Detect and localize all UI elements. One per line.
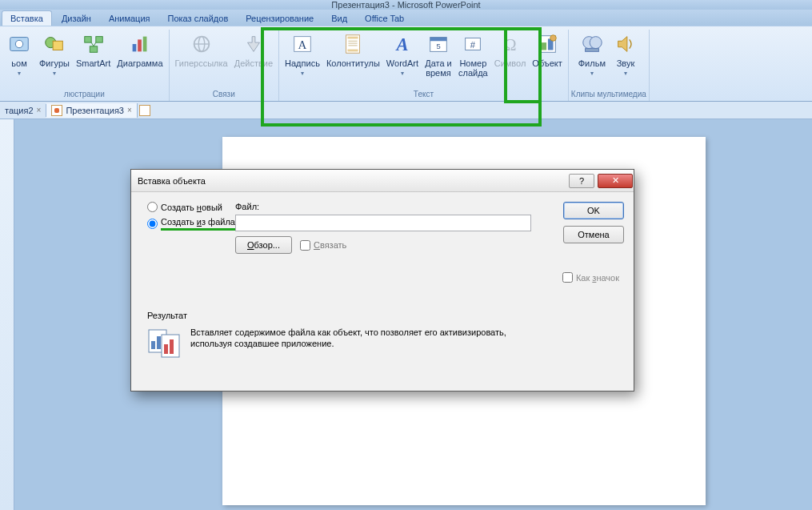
tab-review[interactable]: Рецензирование — [238, 11, 322, 26]
tab-animation[interactable]: Анимация — [101, 11, 158, 26]
svg-text:#: # — [470, 40, 476, 50]
chevron-down-icon: ▾ — [401, 69, 404, 78]
btn-slidenumber[interactable]: # Номер слайда — [455, 30, 491, 90]
chevron-down-icon: ▾ — [624, 69, 627, 78]
dialog-titlebar[interactable]: Вставка объекта ? ✕ — [131, 170, 634, 192]
svg-rect-8 — [138, 39, 142, 51]
datetime-icon: 5 — [426, 31, 451, 57]
btn-datetime[interactable]: 5 Дата и время — [422, 30, 455, 90]
btn-headerfooter[interactable]: Колонтитулы — [323, 30, 383, 90]
svg-rect-35 — [164, 344, 168, 354]
object-icon — [534, 31, 560, 57]
btn-wordart[interactable]: A WordArt ▾ — [383, 30, 422, 90]
chevron-down-icon: ▾ — [18, 69, 21, 78]
movie-icon — [579, 31, 605, 57]
svg-rect-16 — [348, 50, 358, 52]
close-icon[interactable]: × — [37, 106, 42, 114]
photo-album-icon — [6, 31, 32, 57]
help-button[interactable]: ? — [569, 174, 594, 188]
group-title-text: Текст — [414, 90, 434, 101]
slidenumber-icon: # — [460, 31, 486, 57]
link-checkbox-label: Связать — [314, 240, 346, 250]
btn-action[interactable]: Действие — [231, 30, 276, 90]
btn-sound[interactable]: Звук ▾ — [609, 30, 642, 90]
headerfooter-icon — [340, 31, 366, 57]
tab-view[interactable]: Вид — [323, 11, 355, 26]
svg-point-29 — [590, 37, 602, 49]
symbol-icon: Ω — [498, 31, 523, 57]
group-title-links: Связи — [213, 90, 235, 101]
browse-button[interactable]: Обзор... — [235, 236, 292, 254]
btn-hyperlink[interactable]: Гиперссылка — [172, 30, 231, 90]
svg-rect-7 — [133, 44, 137, 51]
btn-textbox[interactable]: A Надпись ▾ — [282, 30, 323, 90]
btn-object[interactable]: Объект — [529, 30, 565, 90]
doctab-presentation2[interactable]: тация2 × — [0, 104, 46, 117]
tab-officetab[interactable]: Office Tab — [357, 11, 412, 26]
btn-chart[interactable]: Диаграмма — [114, 30, 166, 90]
close-button[interactable]: ✕ — [598, 174, 633, 188]
as-icon-checkbox-label: Как значок — [576, 273, 619, 283]
close-icon[interactable]: × — [127, 106, 132, 114]
svg-rect-6 — [90, 46, 97, 53]
textbox-icon: A — [290, 31, 315, 57]
btn-movie[interactable]: Фильм ▾ — [575, 30, 609, 90]
svg-rect-4 — [84, 37, 90, 43]
result-section: Результат Вставляет содержимое файла как… — [147, 311, 619, 359]
radio-create-from-file-label: Создать из файла — [161, 217, 235, 231]
as-icon-checkbox-input[interactable] — [562, 272, 573, 283]
slide-thumbnails-pane[interactable] — [0, 119, 14, 510]
svg-text:Ω: Ω — [504, 36, 516, 54]
smartart-icon — [81, 31, 106, 57]
as-icon-checkbox[interactable]: Как значок — [562, 272, 619, 283]
svg-rect-25 — [542, 42, 547, 50]
tab-slideshow[interactable]: Показ слайдов — [160, 11, 237, 26]
dialog-buttons: OK Отмена — [563, 202, 624, 243]
svg-rect-32 — [151, 341, 155, 349]
group-illustrations: ьом ▾ Фигуры ▾ SmartArt Диаграм — [0, 30, 170, 101]
svg-rect-33 — [157, 336, 161, 349]
group-title-media: Клипы мультимедиа — [571, 90, 646, 101]
action-icon — [241, 31, 266, 57]
svg-rect-5 — [95, 37, 102, 43]
radio-create-new-input[interactable] — [147, 202, 158, 212]
btn-photo-album[interactable]: ьом ▾ — [2, 30, 36, 90]
cancel-button[interactable]: Отмена — [563, 226, 624, 243]
tab-design[interactable]: Дизайн — [54, 11, 99, 26]
link-checkbox[interactable]: Связать — [300, 240, 346, 251]
chevron-down-icon: ▾ — [590, 69, 594, 78]
sound-icon — [613, 31, 638, 57]
doctab-new[interactable] — [138, 105, 152, 116]
svg-rect-9 — [143, 37, 147, 52]
chevron-down-icon: ▾ — [53, 69, 56, 78]
insert-object-dialog: Вставка объекта ? ✕ Создать новый Создат… — [130, 169, 634, 392]
group-title-illustrations: люстрации — [64, 90, 105, 101]
result-label: Результат — [147, 311, 619, 320]
svg-point-27 — [550, 35, 557, 42]
file-label: Файл: — [235, 202, 531, 211]
svg-rect-36 — [170, 339, 174, 354]
new-document-icon — [139, 105, 150, 116]
doctab-presentation3[interactable]: Презентация3 × — [46, 103, 137, 118]
svg-point-1 — [15, 40, 22, 47]
ribbon: ьом ▾ Фигуры ▾ SmartArt Диаграм — [0, 26, 812, 102]
app-title: Презентация3 - Microsoft PowerPoint — [331, 0, 480, 10]
svg-text:5: 5 — [436, 42, 440, 50]
title-bar: Презентация3 - Microsoft PowerPoint — [0, 0, 812, 10]
svg-rect-30 — [585, 49, 598, 52]
ribbon-tabs: Вставка Дизайн Анимация Показ слайдов Ре… — [0, 10, 812, 26]
link-checkbox-input[interactable] — [300, 240, 310, 251]
svg-rect-15 — [348, 37, 358, 39]
radio-create-from-file-input[interactable] — [147, 219, 158, 229]
file-area: Файл: Обзор... Связать — [235, 202, 531, 254]
btn-smartart[interactable]: SmartArt — [73, 30, 114, 90]
result-icon — [147, 327, 182, 359]
powerpoint-file-icon — [51, 105, 62, 116]
btn-shapes[interactable]: Фигуры ▾ — [36, 30, 73, 90]
file-path-input[interactable] — [235, 215, 531, 231]
radio-create-new-label: Создать новый — [161, 203, 222, 212]
chart-icon — [127, 31, 153, 57]
tab-insert[interactable]: Вставка — [2, 10, 52, 26]
btn-symbol[interactable]: Ω Символ — [491, 30, 530, 90]
ok-button[interactable]: OK — [563, 202, 624, 219]
